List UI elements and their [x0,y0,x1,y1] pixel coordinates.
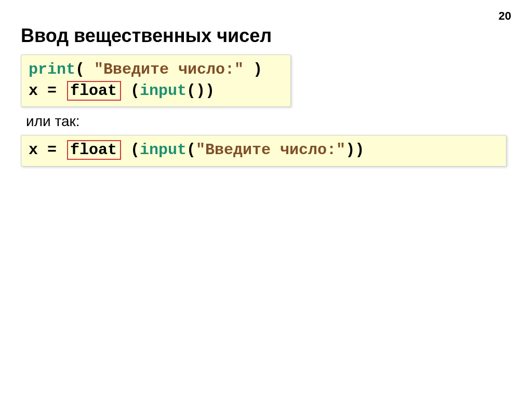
float-keyword-box: float [67,140,121,160]
page-number: 20 [499,9,511,23]
string-literal: "Введите число:" [196,141,345,159]
code-block-1: print( "Введите число:" ) x = float (inp… [21,54,291,107]
keyword-print: print [29,61,75,78]
slide-title: Ввод вещественных чисел [21,25,511,47]
code-text: () [187,82,205,100]
code-line-3: x = float (input("Введите число:")) [29,140,499,161]
code-text: ( [121,82,140,100]
code-text: ( [187,141,196,159]
code-text: ( [121,141,140,159]
alternative-label: или так: [26,113,511,130]
code-block-2: x = float (input("Введите число:")) [21,135,507,167]
code-text: )) [345,141,364,159]
float-keyword-box: float [67,81,121,101]
code-text: ( [75,61,94,78]
code-text: x = [29,82,66,100]
code-text: x = [29,141,66,159]
string-literal: "Введите число:" [94,61,244,78]
code-text: ) [205,82,215,100]
code-text: ) [244,61,262,78]
code-line-2: x = float (input()) [29,80,283,102]
keyword-input: input [140,141,187,159]
code-line-1: print( "Введите число:" ) [29,59,283,80]
keyword-input: input [140,82,187,100]
